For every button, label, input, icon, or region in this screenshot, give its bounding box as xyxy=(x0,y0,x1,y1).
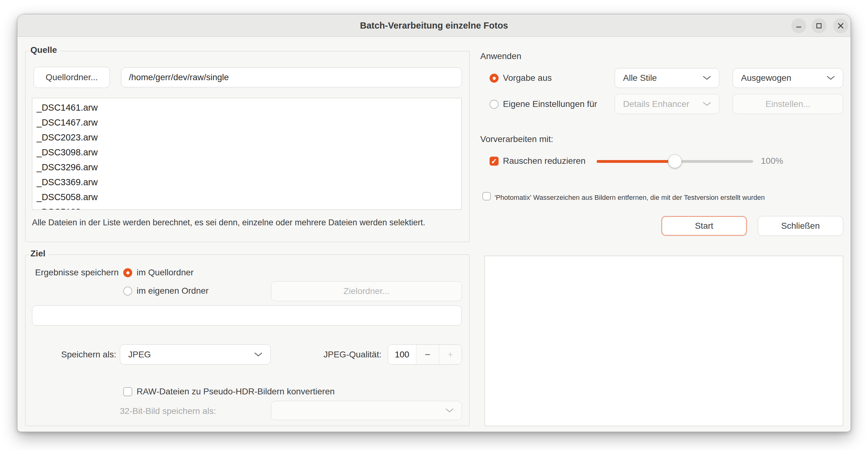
save-as-label: Speichern als: xyxy=(61,349,116,360)
apply-section-label: Anwenden xyxy=(480,51,521,61)
file-list-item[interactable]: _DSC1461.arw xyxy=(32,100,461,115)
style-filter-dropdown[interactable]: Alle Stile xyxy=(615,68,719,88)
radio-save-in-custom-folder-label[interactable]: im eigenen Ordner xyxy=(136,286,209,296)
chevron-down-icon xyxy=(254,352,263,357)
chevron-down-icon xyxy=(702,101,712,107)
noise-reduction-checkbox-label[interactable]: Rauschen reduzieren xyxy=(503,156,586,166)
file-list[interactable]: _DSC1461.arw_DSC1467.arw_DSC2023.arw_DSC… xyxy=(32,98,462,210)
target-groupbox: Ziel xyxy=(25,255,470,426)
chevron-down-icon xyxy=(702,75,712,81)
file-list-item[interactable]: _DSC3098.arw xyxy=(32,145,461,160)
radio-preset[interactable] xyxy=(490,74,499,83)
preset-dropdown[interactable]: Ausgewogen xyxy=(733,68,843,88)
radio-save-in-source-folder[interactable] xyxy=(123,268,132,277)
bit32-save-as-label: 32-Bit-Bild speichern als: xyxy=(120,406,216,416)
save-results-label: Ergebnisse speichern xyxy=(35,268,119,278)
format-dropdown-value: JPEG xyxy=(128,349,151,360)
raw-hdr-checkbox-label[interactable]: RAW-Dateien zu Pseudo-HDR-Bildern konver… xyxy=(136,387,335,397)
progress-preview-panel xyxy=(485,256,843,426)
radio-custom-settings[interactable] xyxy=(490,100,499,109)
close-button[interactable] xyxy=(833,18,848,33)
source-path-input[interactable]: /home/gerr/dev/raw/single xyxy=(121,67,462,87)
maximize-icon xyxy=(815,22,823,29)
maximize-button[interactable] xyxy=(811,18,827,33)
radio-custom-settings-label[interactable]: Eigene Einstellungen für xyxy=(503,99,597,109)
close-icon xyxy=(837,22,844,30)
preprocess-label: Vorverarbeiten mit: xyxy=(480,134,553,144)
start-button[interactable]: Start xyxy=(661,216,747,236)
source-note: Alle Dateien in der Liste werden berechn… xyxy=(32,218,425,227)
jpeg-quality-label: JPEG-Qualität: xyxy=(323,349,381,360)
noise-value-label: 100% xyxy=(761,156,783,166)
preset-dropdown-value: Ausgewogen xyxy=(741,73,791,83)
batch-dialog-window: Batch-Verarbeitung einzelne Fotos Quelle… xyxy=(17,14,851,432)
watermark-checkbox-label[interactable]: 'Photomatix' Wasserzeichen aus Bildern e… xyxy=(495,194,765,202)
radio-preset-label[interactable]: Vorgabe aus xyxy=(503,73,552,83)
radio-save-in-source-folder-label[interactable]: im Quellordner xyxy=(136,268,194,278)
minimize-icon xyxy=(795,22,802,29)
noise-slider-fill xyxy=(597,160,675,163)
source-folder-button[interactable]: Quellordner... xyxy=(34,67,110,88)
jpeg-quality-value[interactable]: 100 xyxy=(388,345,416,364)
format-dropdown[interactable]: JPEG xyxy=(120,344,271,365)
file-list-item[interactable]: _DSC3369.arw xyxy=(32,175,461,190)
close-dialog-button[interactable]: Schließen xyxy=(758,216,843,236)
raw-hdr-checkbox[interactable] xyxy=(123,387,132,396)
settings-button[interactable]: Einstellen... xyxy=(733,94,843,114)
chevron-down-icon xyxy=(445,408,454,413)
noise-slider-thumb[interactable] xyxy=(668,154,682,168)
radio-save-in-custom-folder[interactable] xyxy=(123,286,132,296)
source-group-label: Quelle xyxy=(30,45,60,55)
minimize-button[interactable] xyxy=(791,18,806,33)
target-path-input[interactable] xyxy=(32,306,462,326)
titlebar[interactable]: Batch-Verarbeitung einzelne Fotos xyxy=(18,14,850,37)
watermark-checkbox[interactable] xyxy=(483,192,491,200)
quality-decrement-button[interactable]: − xyxy=(416,345,439,364)
bit32-format-dropdown[interactable] xyxy=(271,401,462,420)
style-filter-value: Alle Stile xyxy=(623,73,657,83)
quality-increment-button[interactable]: + xyxy=(439,345,462,364)
file-list-item[interactable]: _DSC5103.arw xyxy=(32,204,461,210)
file-list-item[interactable]: _DSC3296.arw xyxy=(32,160,461,175)
file-list-item[interactable]: _DSC1467.arw xyxy=(32,115,461,130)
method-dropdown[interactable]: Details Enhancer xyxy=(615,94,719,114)
target-folder-button[interactable]: Zielordner... xyxy=(271,281,462,301)
jpeg-quality-stepper: 100 − + xyxy=(388,344,462,365)
chevron-down-icon xyxy=(826,75,835,81)
file-list-item[interactable]: _DSC5058.arw xyxy=(32,190,461,204)
method-dropdown-value: Details Enhancer xyxy=(623,99,689,109)
noise-reduction-checkbox[interactable]: ✓ xyxy=(490,157,499,166)
window-title: Batch-Verarbeitung einzelne Fotos xyxy=(18,14,850,37)
file-list-item[interactable]: _DSC2023.arw xyxy=(32,130,461,145)
target-group-label: Ziel xyxy=(30,249,49,258)
